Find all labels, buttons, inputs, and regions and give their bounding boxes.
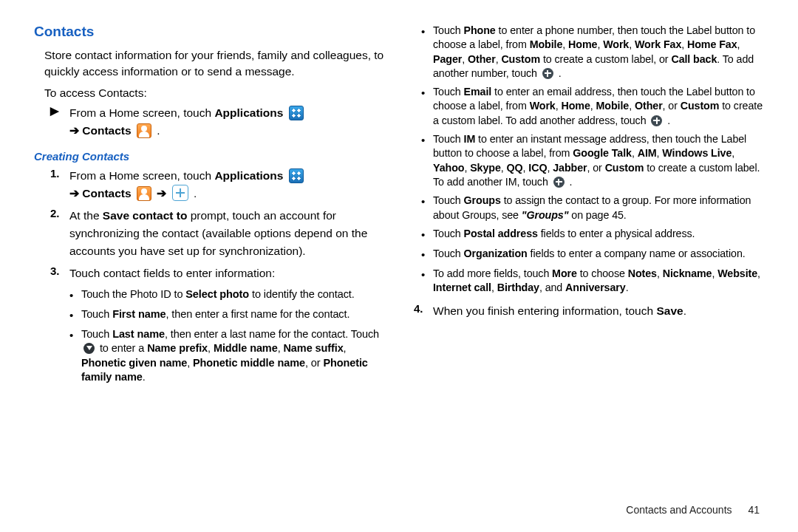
applications-icon (289, 168, 304, 183)
intro-paragraph: Store contact information for your frien… (34, 47, 386, 79)
step-3: 3. Touch contact fields to enter informa… (50, 265, 386, 282)
bullet-lastname: • Touch Last name, then enter a last nam… (69, 327, 386, 385)
play-marker: ▶ (50, 104, 69, 140)
left-column: Contacts Store contact information for y… (34, 19, 386, 388)
page-number: 41 (748, 504, 760, 516)
access-step: ▶ From a Home screen, touch Applications… (50, 104, 386, 140)
right-column: • Touch Phone to enter a phone number, t… (412, 19, 764, 388)
bullet-more: • To add more fields, touch More to choo… (421, 267, 764, 296)
plus-icon (553, 177, 565, 188)
access-label: To access Contacts: (44, 86, 386, 100)
plus-icon (542, 68, 553, 79)
bullet-photo: • Touch the Photo ID to Select photo to … (69, 287, 386, 303)
heading-contacts: Contacts (34, 24, 386, 40)
bullet-postal: • Touch Postal address fields to enter a… (421, 227, 764, 242)
plus-icon (651, 115, 662, 126)
step-2: 2. At the Save contact to prompt, touch … (50, 207, 386, 260)
footer-section: Contacts and Accounts (626, 504, 732, 516)
step-4: 4. When you finish entering information,… (414, 302, 764, 320)
contacts-icon (137, 123, 151, 138)
applications-icon (289, 106, 304, 120)
contacts-icon (137, 186, 151, 201)
bullet-organization: • Touch Organization fields to enter a c… (421, 247, 764, 262)
bullet-firstname: • Touch First name, then enter a first n… (69, 307, 386, 323)
bullet-groups: • Touch Groups to assign the contact to … (421, 194, 764, 222)
page-footer: Contacts and Accounts 41 (626, 504, 760, 516)
add-icon (172, 185, 188, 201)
step-1: 1. From a Home screen, touch Application… (50, 167, 386, 202)
bullet-phone: • Touch Phone to enter a phone number, t… (421, 24, 764, 81)
bullet-email: • Touch Email to enter an email address,… (421, 85, 764, 128)
heading-creating: Creating Contacts (34, 150, 386, 163)
bullet-im: • Touch IM to enter an instant message a… (421, 132, 764, 189)
expand-down-icon (83, 343, 95, 354)
